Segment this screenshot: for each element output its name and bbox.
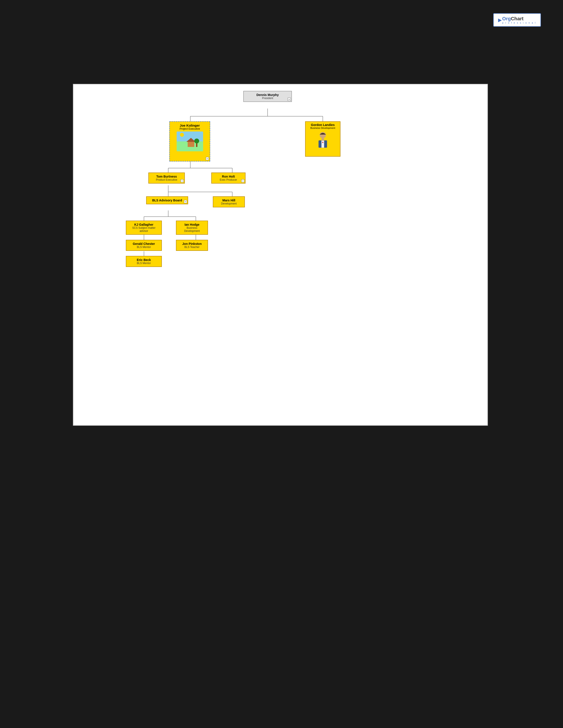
dennis-box[interactable]: Dennis Murphy President − xyxy=(243,91,292,102)
bls-box[interactable]: BLS Advisory Board − xyxy=(146,196,188,204)
node-mars: Mars Hill Development xyxy=(213,196,245,207)
gordon-title: Business Development xyxy=(306,127,340,129)
jon-name: Jon Pinkston xyxy=(179,242,205,246)
node-gerald: Gerald Chester BLS Mentor xyxy=(126,240,162,251)
joe-collapse[interactable]: − xyxy=(206,157,209,160)
node-bls: BLS Advisory Board − xyxy=(146,196,188,204)
tom-box[interactable]: Tom Burtness Product Executive − xyxy=(148,173,185,184)
node-joe[interactable]: Joe Kolinger Project Executive − xyxy=(169,121,210,161)
node-kj: KJ Gallagher SCS Subject matter advisor xyxy=(126,221,162,235)
eric-box[interactable]: Eric Beck BLS Mentor xyxy=(126,256,162,267)
svg-rect-25 xyxy=(322,138,324,141)
ron-collapse[interactable]: − xyxy=(241,179,244,182)
jon-box[interactable]: Jon Pinkston BLS Teacher xyxy=(176,240,208,251)
joe-title: Project Executive xyxy=(170,127,210,130)
joe-image xyxy=(177,131,203,151)
ron-name: Ron Holt xyxy=(214,175,242,178)
gerald-title: BLS Mentor xyxy=(129,246,159,249)
node-gordon[interactable]: Gordon Landies Business Development xyxy=(305,121,341,157)
kj-box[interactable]: KJ Gallagher SCS Subject matter advisor xyxy=(126,221,162,235)
tom-name: Tom Burtness xyxy=(151,175,182,178)
node-eric: Eric Beck BLS Mentor xyxy=(126,256,162,267)
svg-rect-21 xyxy=(322,140,324,148)
mars-title: Development xyxy=(216,202,242,205)
node-tom: Tom Burtness Product Executive − xyxy=(148,173,185,184)
gordon-avatar xyxy=(315,130,331,148)
gerald-name: Gerald Chester xyxy=(129,242,159,246)
ian-box[interactable]: Ian Hodge Business Development xyxy=(176,221,208,235)
node-dennis: Dennis Murphy President − xyxy=(243,91,292,102)
mars-name: Mars Hill xyxy=(216,199,242,202)
dennis-title: President xyxy=(246,97,289,100)
eric-title: BLS Mentor xyxy=(129,262,159,265)
tom-title: Product Executive xyxy=(151,178,182,181)
node-ian: Ian Hodge Business Development xyxy=(176,221,208,235)
logo-org-text: Org xyxy=(502,16,511,21)
logo-sub-text: p r o f e s s i o n a l xyxy=(502,22,536,24)
dennis-collapse[interactable]: − xyxy=(288,98,291,101)
joe-name: Joe Kolinger xyxy=(170,122,210,127)
kj-title: SCS Subject matter advisor xyxy=(129,226,159,233)
mars-box[interactable]: Mars Hill Development xyxy=(213,196,245,207)
connector-lines xyxy=(73,84,488,425)
node-jon: Jon Pinkston BLS Teacher xyxy=(176,240,208,251)
gerald-box[interactable]: Gerald Chester BLS Mentor xyxy=(126,240,162,251)
kj-name: KJ Gallagher xyxy=(129,223,159,226)
gordon-name: Gordon Landies xyxy=(306,122,340,127)
logo-icon: ▶ xyxy=(498,17,501,23)
ron-title: Exec Producer xyxy=(214,178,242,181)
bls-collapse[interactable]: − xyxy=(184,200,187,203)
bls-name: BLS Advisory Board xyxy=(149,199,185,202)
tom-collapse[interactable]: − xyxy=(180,179,184,182)
ian-name: Ian Hodge xyxy=(179,223,205,226)
jon-title: BLS Teacher xyxy=(179,246,205,249)
dennis-name: Dennis Murphy xyxy=(246,93,289,97)
node-ron: Ron Holt Exec Producer − xyxy=(211,173,245,184)
eric-name: Eric Beck xyxy=(129,258,159,262)
orgchart-container: Dennis Murphy President − Joe Kolinger P… xyxy=(73,84,488,426)
ron-box[interactable]: Ron Holt Exec Producer − xyxy=(211,173,245,184)
ian-title: Business Development xyxy=(179,226,205,233)
logo: ▶ OrgChart p r o f e s s i o n a l xyxy=(493,13,541,27)
logo-chart-text: Chart xyxy=(511,16,524,21)
